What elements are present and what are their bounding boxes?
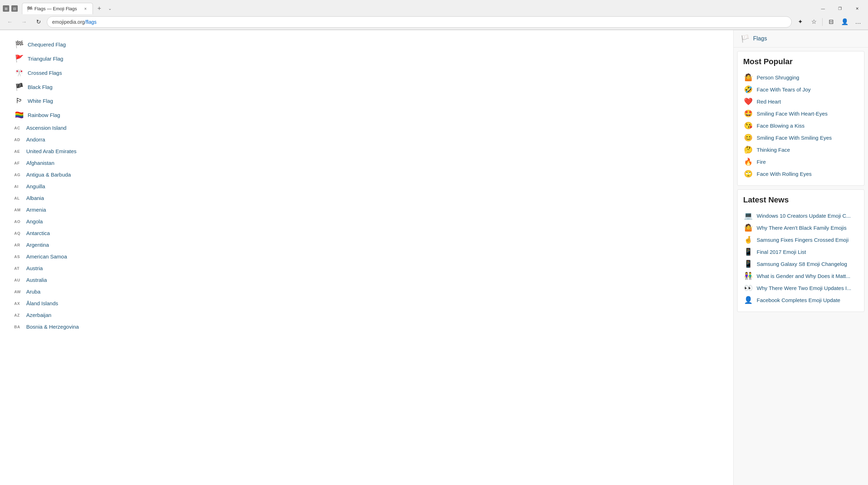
popular-list-item: 😘Face Blowing a Kiss xyxy=(743,119,858,132)
news-link[interactable]: Why There Aren't Black Family Emojis xyxy=(757,225,847,231)
close-button[interactable]: ✕ xyxy=(849,3,865,14)
country-link[interactable]: Aruba xyxy=(26,289,40,295)
list-item: 🏴Black Flag xyxy=(14,80,719,94)
address-bar-input[interactable]: emojipedia.org/flags xyxy=(47,16,792,28)
country-link[interactable]: Angola xyxy=(26,218,43,224)
news-list-item: 📱Samsung Galaxy S8 Emoji Changelog xyxy=(743,258,858,270)
list-item: ARArgentina xyxy=(14,239,719,251)
country-link[interactable]: Armenia xyxy=(26,207,46,213)
most-popular-title: Most Popular xyxy=(743,57,858,66)
popular-link[interactable]: Smiling Face With Heart-Eyes xyxy=(757,111,828,117)
country-link[interactable]: Åland Islands xyxy=(26,300,58,306)
popular-emoji-icon: 🤩 xyxy=(743,109,753,118)
country-link[interactable]: Albania xyxy=(26,195,44,201)
country-link[interactable]: Bosnia & Herzegovina xyxy=(26,324,79,330)
list-item: AWAruba xyxy=(14,286,719,297)
country-link[interactable]: Antigua & Barbuda xyxy=(26,172,71,178)
minimize-button[interactable]: — xyxy=(815,3,831,14)
news-link[interactable]: Facebook Completes Emoji Update xyxy=(757,297,840,303)
flag-emoji-icon: 🏁 xyxy=(14,40,24,49)
popular-link[interactable]: Face Blowing a Kiss xyxy=(757,123,805,129)
country-link[interactable]: Anguilla xyxy=(26,183,45,189)
popular-list-item: 🤩Smiling Face With Heart-Eyes xyxy=(743,107,858,119)
new-tab-button[interactable]: + xyxy=(94,4,104,13)
sidebar-top-link: 🏳️ Flags xyxy=(734,30,868,48)
country-code: AO xyxy=(14,219,23,224)
country-code: AC xyxy=(14,126,23,130)
country-link[interactable]: United Arab Emirates xyxy=(26,148,77,154)
news-link[interactable]: Samsung Fixes Fingers Crossed Emoji xyxy=(757,237,848,243)
list-item: AXÅland Islands xyxy=(14,297,719,309)
popular-link[interactable]: Smiling Face With Smiling Eyes xyxy=(757,135,832,141)
news-link[interactable]: Samsung Galaxy S8 Emoji Changelog xyxy=(757,261,847,267)
address-path: /flags xyxy=(85,19,96,25)
country-code: AL xyxy=(14,196,23,200)
list-item: AZAzerbaijan xyxy=(14,309,719,321)
country-link[interactable]: Antarctica xyxy=(26,230,50,236)
popular-list-item: 🤔Thinking Face xyxy=(743,144,858,156)
popular-link[interactable]: Person Shrugging xyxy=(757,74,799,80)
toolbar-right: ✦ ☆ ⊟ 👤 … xyxy=(795,16,864,28)
back-button[interactable]: ← xyxy=(4,16,16,28)
maximize-button[interactable]: ❐ xyxy=(832,3,848,14)
list-item: 🏳White Flag xyxy=(14,94,719,108)
page-layout: 🏁Chequered Flag🚩Triangular Flag🎌Crossed … xyxy=(0,30,868,485)
popular-link[interactable]: Face With Rolling Eyes xyxy=(757,171,812,177)
news-link[interactable]: Final 2017 Emoji List xyxy=(757,249,806,255)
news-emoji-icon: 👫 xyxy=(743,272,753,280)
news-list-item: 👤Facebook Completes Emoji Update xyxy=(743,294,858,306)
reload-button[interactable]: ↻ xyxy=(33,16,44,28)
country-link[interactable]: Azerbaijan xyxy=(26,312,51,318)
latest-news-title: Latest News xyxy=(743,195,858,205)
flags-top-link[interactable]: Flags xyxy=(753,35,767,42)
popular-link[interactable]: Red Heart xyxy=(757,99,781,105)
country-code: AR xyxy=(14,243,23,247)
news-link[interactable]: What is Gender and Why Does it Matt... xyxy=(757,273,850,279)
news-emoji-icon: 📱 xyxy=(743,260,753,268)
tab-group-icon-2[interactable]: ⊟ xyxy=(11,5,18,12)
tab-bar: ⊞ ⊟ 🏁 Flags — Emoji Flags × + ⌄ — ❐ ✕ xyxy=(0,0,868,14)
country-link[interactable]: American Samoa xyxy=(26,253,67,260)
country-link[interactable]: Afghanistan xyxy=(26,160,54,166)
country-code: AD xyxy=(14,138,23,142)
popular-list-item: 🤣Face With Tears of Joy xyxy=(743,83,858,95)
country-code: AE xyxy=(14,149,23,154)
flag-link[interactable]: Triangular Flag xyxy=(28,56,63,62)
favorites-button[interactable]: ☆ xyxy=(808,16,819,28)
country-code: AU xyxy=(14,278,23,282)
profile-button[interactable]: 👤 xyxy=(839,16,850,28)
flag-link[interactable]: White Flag xyxy=(28,98,53,104)
country-link[interactable]: Andorra xyxy=(26,136,45,143)
flag-link[interactable]: Rainbow Flag xyxy=(28,112,60,118)
tab-title: Flags — Emoji Flags xyxy=(34,6,80,11)
country-link[interactable]: Ascension Island xyxy=(26,125,66,131)
active-tab[interactable]: 🏁 Flags — Emoji Flags × xyxy=(22,3,93,14)
popular-link[interactable]: Face With Tears of Joy xyxy=(757,87,811,93)
flag-link[interactable]: Black Flag xyxy=(28,84,52,90)
news-emoji-icon: 🤷 xyxy=(743,223,753,232)
news-link[interactable]: Why There Were Two Emoji Updates I... xyxy=(757,285,851,291)
toolbar-divider xyxy=(822,18,823,26)
tab-dropdown-button[interactable]: ⌄ xyxy=(106,4,114,13)
flag-link[interactable]: Chequered Flag xyxy=(28,41,66,48)
news-link[interactable]: Windows 10 Creators Update Emoji C... xyxy=(757,213,851,219)
forward-button[interactable]: → xyxy=(18,16,30,28)
flag-link[interactable]: Crossed Flags xyxy=(28,70,62,76)
popular-emoji-icon: 🤣 xyxy=(743,85,753,94)
country-link[interactable]: Australia xyxy=(26,277,47,283)
popular-emoji-icon: 🔥 xyxy=(743,157,753,166)
news-list-item: 🤞Samsung Fixes Fingers Crossed Emoji xyxy=(743,234,858,246)
tab-close-button[interactable]: × xyxy=(83,6,88,12)
country-code: AF xyxy=(14,161,23,165)
country-link[interactable]: Argentina xyxy=(26,242,49,248)
menu-button[interactable]: … xyxy=(852,16,864,28)
list-item: AQAntarctica xyxy=(14,227,719,239)
extensions-button[interactable]: ✦ xyxy=(795,16,806,28)
tab-group-icon-1[interactable]: ⊞ xyxy=(3,5,9,12)
country-link[interactable]: Austria xyxy=(26,265,43,271)
flag-emoji-icon: 🏳️‍🌈 xyxy=(14,111,24,119)
popular-link[interactable]: Thinking Face xyxy=(757,147,790,153)
split-screen-button[interactable]: ⊟ xyxy=(825,16,837,28)
popular-link[interactable]: Fire xyxy=(757,159,766,165)
list-item: AIAnguilla xyxy=(14,180,719,192)
